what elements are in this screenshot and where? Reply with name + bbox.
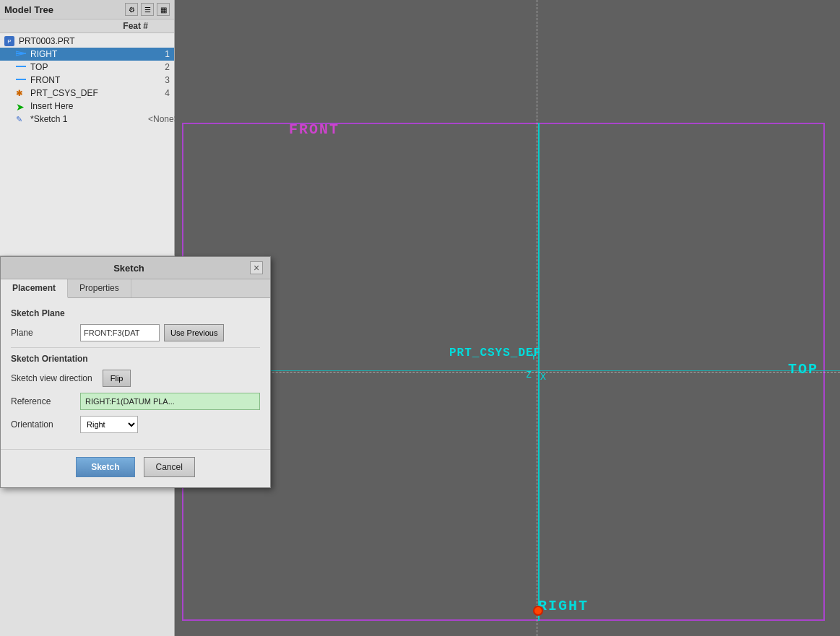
tree-filter-icon[interactable]: ▦ [157,3,170,16]
dialog-title: Sketch [8,263,250,274]
front-datum-icon [16,75,27,85]
tree-item-front-num: 3 [148,75,170,85]
dialog-titlebar: Sketch × [1,257,270,279]
model-tree-header: Model Tree ⚙ ☰ ▦ [0,0,174,19]
vertical-dashed-line [537,0,537,636]
tree-item-insert-name: Insert Here [30,101,148,111]
plane-row: Plane Use Previous [11,324,260,341]
sketch-button[interactable]: Sketch [76,457,134,477]
right-label: RIGHT [538,598,589,614]
orientation-label: Orientation [11,419,76,430]
tree-item-prt-csys[interactable]: ✱ PRT_CSYS_DEF 4 [0,87,174,100]
xy-axis-labels: Y Z X [527,365,533,387]
tree-item-top-num: 2 [148,62,170,72]
tree-item-insert-here[interactable]: ➤ Insert Here [0,100,174,113]
feat-header-label: Feat # [123,21,148,31]
top-label: TOP [788,361,818,378]
cyan-horizontal-line [175,370,840,371]
sketch-icon: ✎ [16,114,27,124]
sketch-view-direction-row: Sketch view direction Flip [11,370,260,387]
tree-item-csys-num: 4 [148,88,170,98]
sketch-orientation-section-label: Sketch Orientation [11,354,260,364]
dialog-tabs: Placement Properties [1,279,270,298]
tree-toolbar: ⚙ ☰ ▦ [125,3,170,16]
tab-properties[interactable]: Properties [68,279,131,297]
orientation-select[interactable]: Right Left Top Bottom [80,416,138,433]
feat-header-row: Feat # [0,19,174,33]
orientation-row: Orientation Right Left Top Bottom [11,416,260,433]
right-datum-icon [16,49,27,59]
top-datum-icon [16,62,27,72]
sketch-plane-section-label: Sketch Plane [11,308,260,318]
tree-item-sketch1[interactable]: ✎ *Sketch 1 <None> [0,113,174,126]
tree-item-front[interactable]: FRONT 3 [0,74,174,87]
model-tree-title: Model Tree [4,4,121,15]
model-tree-panel: Model Tree ⚙ ☰ ▦ Feat # P PRT0003.PRT RI… [0,0,175,256]
tree-item-prt0003-name: PRT0003.PRT [19,36,148,46]
tree-settings-icon[interactable]: ⚙ [125,3,138,16]
reference-row: Reference [11,393,260,410]
part-icon: P [4,36,16,46]
tab-placement[interactable]: Placement [1,279,68,298]
tree-item-sketch1-num: <None> [148,114,170,124]
use-previous-button[interactable]: Use Previous [164,324,224,341]
origin-dot [533,606,543,616]
front-label: FRONT [289,121,339,138]
prt-csys-label: PRT_CSYS_DEF [449,347,541,360]
cad-canvas: FRONT PRT_CSYS_DEF Y Z X RIGHT TOP [175,0,840,636]
cancel-button[interactable]: Cancel [144,457,195,477]
reference-label: Reference [11,396,76,406]
dashed-horizontal-line [175,372,840,373]
tree-item-top[interactable]: TOP 2 [0,61,174,74]
sketch-dialog: Sketch × Placement Properties Sketch Pla… [0,256,271,488]
dialog-close-button[interactable]: × [250,261,263,274]
tree-columns-icon[interactable]: ☰ [141,3,154,16]
csys-icon: ✱ [16,88,27,98]
dialog-footer: Sketch Cancel [1,449,270,487]
tree-item-front-name: FRONT [30,75,148,85]
reference-input[interactable] [80,393,260,410]
tree-items-list: P PRT0003.PRT RIGHT 1 TOP 2 FRONT [0,33,174,127]
tree-item-right[interactable]: RIGHT 1 [0,48,174,61]
tree-item-csys-name: PRT_CSYS_DEF [30,88,148,98]
tree-item-right-name: RIGHT [30,49,148,59]
plane-input[interactable] [80,324,160,341]
separator-1 [11,347,260,348]
tree-item-top-name: TOP [30,62,148,72]
insert-icon: ➤ [16,101,27,111]
tree-item-right-num: 1 [148,49,170,59]
sketch-view-direction-label: Sketch view direction [11,373,92,383]
plane-label: Plane [11,328,76,338]
flip-button[interactable]: Flip [103,370,131,387]
tree-item-prt0003[interactable]: P PRT0003.PRT [0,35,174,48]
tree-item-sketch1-name: *Sketch 1 [30,114,148,124]
dialog-body: Sketch Plane Plane Use Previous Sketch O… [1,298,270,446]
